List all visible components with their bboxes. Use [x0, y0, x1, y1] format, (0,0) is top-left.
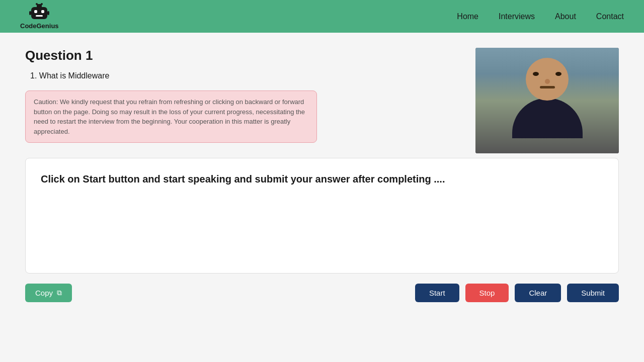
svg-rect-8	[47, 11, 49, 15]
nav-home[interactable]: Home	[457, 12, 478, 21]
navbar: CodeGenius Home Interviews About Contact	[0, 0, 644, 33]
svg-rect-3	[36, 15, 43, 17]
right-buttons: Start Stop Clear Submit	[415, 284, 619, 302]
clear-button[interactable]: Clear	[515, 284, 561, 302]
webcam-section	[475, 48, 619, 153]
buttons-row: Copy ⧉ Start Stop Clear Submit	[25, 284, 619, 302]
svg-rect-7	[29, 11, 31, 15]
copy-button[interactable]: Copy ⧉	[25, 284, 72, 302]
nav-about[interactable]: About	[555, 12, 576, 21]
logo-text: CodeGenius	[20, 22, 59, 30]
caution-text: Caution: We kindly request that you refr…	[34, 98, 305, 135]
nav-interviews[interactable]: Interviews	[499, 12, 535, 21]
svg-point-5	[36, 3, 38, 5]
stop-button[interactable]: Stop	[465, 284, 509, 302]
copy-icon: ⧉	[57, 289, 62, 297]
transcript-text: Click on Start button and start speaking…	[41, 173, 603, 185]
svg-rect-1	[34, 10, 37, 13]
start-button[interactable]: Start	[415, 284, 459, 302]
nav-contact[interactable]: Contact	[596, 12, 624, 21]
logo-icon	[29, 3, 49, 21]
main-content: Question 1 1. What is Middleware Caution…	[0, 33, 644, 158]
transcript-container: Click on Start button and start speaking…	[25, 158, 619, 274]
nav-links: Home Interviews About Contact	[457, 12, 624, 21]
caution-box: Caution: We kindly request that you refr…	[25, 90, 317, 143]
copy-label: Copy	[35, 289, 53, 297]
webcam-silhouette	[475, 48, 619, 153]
svg-point-6	[41, 3, 43, 5]
svg-rect-2	[41, 10, 44, 13]
logo[interactable]: CodeGenius	[20, 3, 59, 30]
webcam-feed	[475, 48, 619, 153]
submit-button[interactable]: Submit	[567, 284, 619, 302]
svg-rect-0	[31, 7, 47, 19]
